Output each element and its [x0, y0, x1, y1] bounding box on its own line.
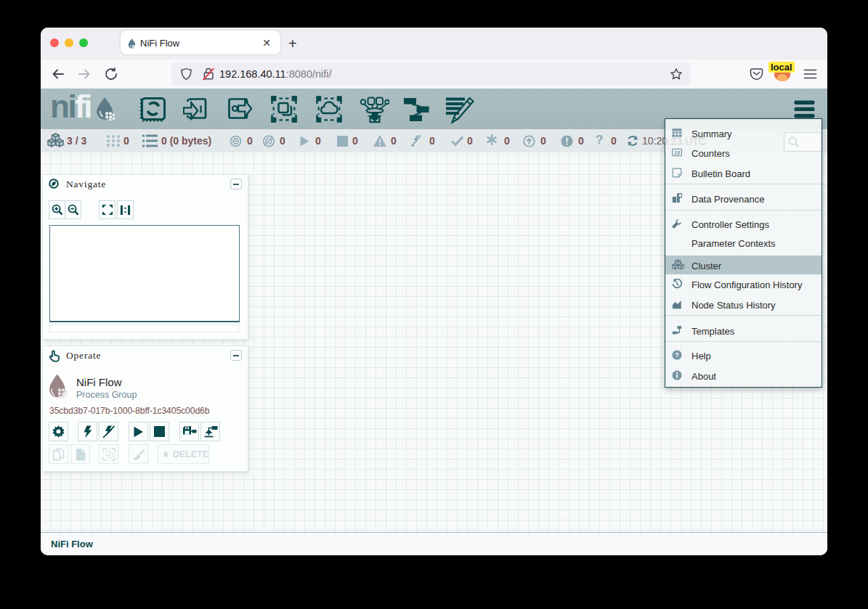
svg-text:23: 23 [674, 150, 680, 156]
svg-text:?: ? [675, 351, 679, 359]
